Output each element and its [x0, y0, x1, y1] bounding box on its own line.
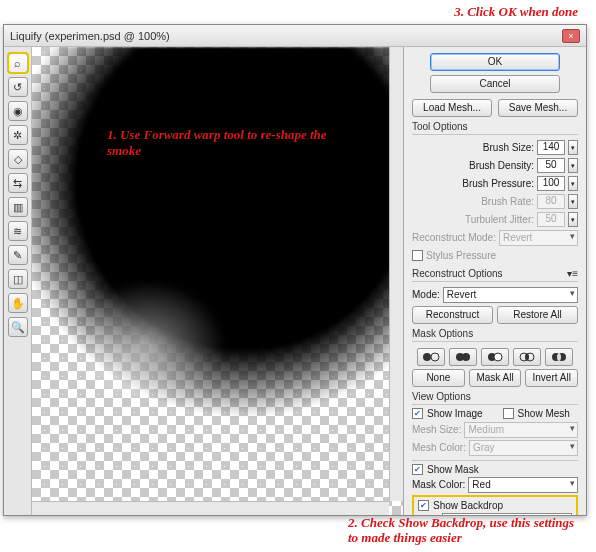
mask-none-button[interactable]: None: [412, 369, 465, 387]
zoom-tool-icon[interactable]: 🔍: [8, 317, 28, 337]
tool-options-group: Brush Size:140▾ Brush Density:50▾ Brush …: [412, 134, 578, 264]
show-mask-label: Show Mask: [427, 464, 479, 475]
image-smoke: [92, 275, 232, 395]
brush-density-label: Brush Density:: [469, 160, 534, 171]
stylus-pressure-checkbox: [412, 250, 423, 261]
vertical-scrollbar[interactable]: [389, 47, 403, 501]
view-options-label: View Options: [412, 391, 578, 402]
turbulence-tool-icon[interactable]: ≋: [8, 221, 28, 241]
svg-point-1: [431, 353, 439, 361]
brush-rate-label: Brush Rate:: [481, 196, 534, 207]
show-image-checkbox[interactable]: [412, 408, 423, 419]
hand-tool-icon[interactable]: ✋: [8, 293, 28, 313]
mask-color-label: Mask Color:: [412, 479, 465, 490]
annotation-3: 3. Click OK when done: [454, 4, 578, 20]
bloat-tool-icon[interactable]: ◇: [8, 149, 28, 169]
mesh-color-select: Gray: [469, 440, 578, 456]
close-icon[interactable]: ×: [562, 29, 580, 43]
brush-size-label: Brush Size:: [483, 142, 534, 153]
window-title: Liquify (experimen.psd @ 100%): [10, 30, 170, 42]
twirl-tool-icon[interactable]: ◉: [8, 101, 28, 121]
mask-options-label: Mask Options: [412, 328, 578, 339]
mask-intersect-icon[interactable]: [513, 348, 541, 366]
mask-exclude-icon[interactable]: [545, 348, 573, 366]
reconstruct-options-label: Reconstruct Options: [412, 268, 503, 279]
show-backdrop-label: Show Backdrop: [433, 500, 503, 511]
show-mask-checkbox[interactable]: [412, 464, 423, 475]
freeze-mask-tool-icon[interactable]: ✎: [8, 245, 28, 265]
mesh-color-label: Mesh Color:: [412, 442, 466, 453]
svg-point-5: [494, 353, 502, 361]
invert-all-button[interactable]: Invert All: [525, 369, 578, 387]
liquify-dialog: Liquify (experimen.psd @ 100%) × ⌕ ↺ ◉ ✲…: [3, 24, 587, 516]
options-panel: OK Cancel Load Mesh... Save Mesh... Tool…: [404, 47, 586, 515]
svg-point-8: [525, 354, 529, 361]
show-mesh-checkbox[interactable]: [503, 408, 514, 419]
mask-subtract-icon[interactable]: [481, 348, 509, 366]
mask-color-select[interactable]: Red: [468, 477, 578, 493]
mask-replace-icon[interactable]: [417, 348, 445, 366]
push-left-tool-icon[interactable]: ⇆: [8, 173, 28, 193]
show-backdrop-checkbox[interactable]: [418, 500, 429, 511]
mask-all-button[interactable]: Mask All: [469, 369, 522, 387]
svg-point-3: [462, 353, 470, 361]
cancel-button[interactable]: Cancel: [430, 75, 560, 93]
save-mesh-button[interactable]: Save Mesh...: [498, 99, 578, 117]
reconstruct-options-group: Mode:Revert Reconstruct Restore All: [412, 281, 578, 324]
svg-point-11: [557, 354, 561, 361]
mask-options-group: None Mask All Invert All: [412, 341, 578, 387]
reconstruct-flyout-icon[interactable]: ▾≡: [567, 268, 578, 279]
brush-rate-stepper: ▾: [568, 194, 578, 209]
brush-pressure-input[interactable]: 100: [537, 176, 565, 191]
titlebar[interactable]: Liquify (experimen.psd @ 100%) ×: [4, 25, 586, 47]
horizontal-scrollbar[interactable]: [32, 501, 389, 515]
tool-toolbar: ⌕ ↺ ◉ ✲ ◇ ⇆ ▥ ≋ ✎ ◫ ✋ 🔍: [4, 47, 32, 515]
turbulent-jitter-stepper: ▾: [568, 212, 578, 227]
brush-density-stepper[interactable]: ▾: [568, 158, 578, 173]
brush-rate-input: 80: [537, 194, 565, 209]
stylus-pressure-label: Stylus Pressure: [426, 250, 496, 261]
reconstruct-mode-select: Revert: [499, 230, 578, 246]
pucker-tool-icon[interactable]: ✲: [8, 125, 28, 145]
mesh-size-select: Medium: [464, 422, 578, 438]
tool-options-label: Tool Options: [412, 121, 578, 132]
mirror-tool-icon[interactable]: ▥: [8, 197, 28, 217]
brush-size-stepper[interactable]: ▾: [568, 140, 578, 155]
brush-pressure-label: Brush Pressure:: [462, 178, 534, 189]
reconstruct-mode2-select[interactable]: Revert: [443, 287, 578, 303]
brush-pressure-stepper[interactable]: ▾: [568, 176, 578, 191]
forward-warp-tool-icon[interactable]: ⌕: [8, 53, 28, 73]
load-mesh-button[interactable]: Load Mesh...: [412, 99, 492, 117]
annotation-1: 1. Use Forward warp tool to re-shape the…: [107, 127, 327, 158]
show-mesh-label: Show Mesh: [518, 408, 570, 419]
brush-density-input[interactable]: 50: [537, 158, 565, 173]
annotation-2: 2. Check Show Backdrop, use this setting…: [348, 515, 578, 546]
svg-point-0: [423, 353, 431, 361]
ok-button[interactable]: OK: [430, 53, 560, 71]
reconstruct-button[interactable]: Reconstruct: [412, 306, 493, 324]
thaw-mask-tool-icon[interactable]: ◫: [8, 269, 28, 289]
mask-add-icon[interactable]: [449, 348, 477, 366]
preview-canvas[interactable]: 1. Use Forward warp tool to re-shape the…: [32, 47, 404, 515]
reconstruct-mode2-label: Mode:: [412, 289, 440, 300]
restore-all-button[interactable]: Restore All: [497, 306, 578, 324]
view-options-group: Show Image Show Mesh Mesh Size:Medium Me…: [412, 404, 578, 515]
mesh-size-label: Mesh Size:: [412, 424, 461, 435]
brush-size-input[interactable]: 140: [537, 140, 565, 155]
reconstruct-mode-label: Reconstruct Mode:: [412, 232, 496, 243]
reconstruct-tool-icon[interactable]: ↺: [8, 77, 28, 97]
image-silhouette: [32, 47, 404, 467]
turbulent-jitter-input: 50: [537, 212, 565, 227]
show-image-label: Show Image: [427, 408, 483, 419]
show-backdrop-highlight: Show Backdrop Use:Layer 1 Mode:Behind Op…: [412, 495, 578, 515]
turbulent-jitter-label: Turbulent Jitter:: [465, 214, 534, 225]
